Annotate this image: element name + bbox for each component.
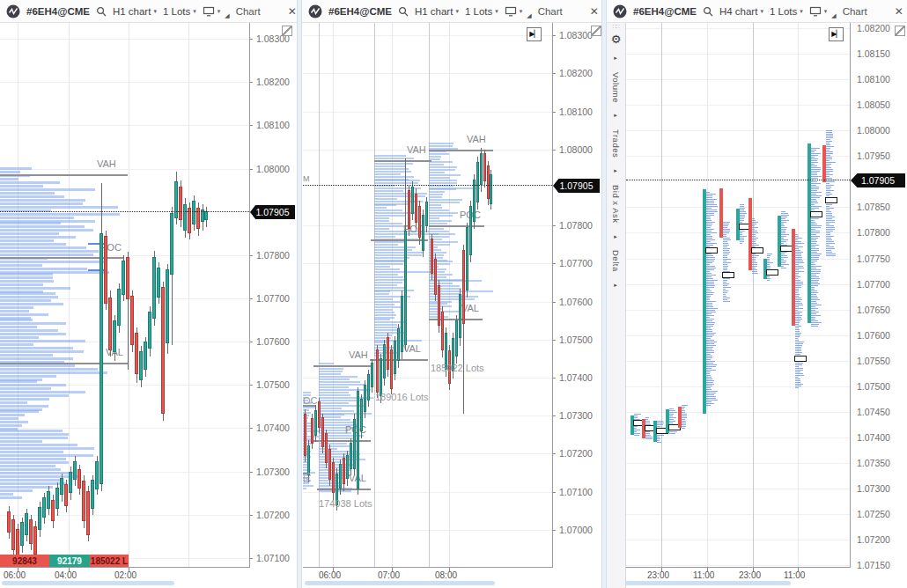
price-axis-label: 1.07200 [857,534,890,545]
volume-profile-row [319,373,341,375]
panel-corner-icon[interactable] [282,26,292,36]
horizontal-scrollbar-thumb[interactable] [2,581,174,585]
search-icon[interactable] [96,6,107,17]
indicator-trades[interactable]: Trades [611,129,621,158]
volume-profile-row [0,303,63,305]
candle-body [47,491,50,509]
volume-profile-row [429,172,445,173]
panel-corner-icon[interactable] [591,26,601,36]
price-axis-label: 1.08100 [256,120,290,130]
indicator-delta[interactable]: Delta [611,250,621,272]
close-icon[interactable]: ✕ [895,5,903,18]
footprint-row [657,442,661,443]
triangle-icon[interactable]: ▸ [613,233,619,241]
cluster-bar [703,189,706,414]
price-axis-tick [249,558,253,559]
lots-selector[interactable]: 1 Lots [163,6,190,17]
go-to-realtime-icon[interactable]: ▶▏ [829,27,844,41]
triangle-icon[interactable]: ▸ [613,167,619,175]
footprint-row [795,387,799,388]
trading-workspace: VAHPOCVAL1.083001.082001.081001.080001.0… [0,0,907,588]
time-axis-label: 11:00 [784,570,805,580]
lots-selector[interactable]: 1 Lots [770,6,797,17]
volume-profile-row [0,313,48,316]
atas-logo-icon[interactable] [308,4,322,18]
chevron-down-icon[interactable]: ▾ [495,8,498,15]
display-mode-icon[interactable] [203,6,215,17]
volume-profile-row [319,394,350,396]
volume-profile-row [0,310,29,312]
candle-body [425,202,428,226]
chevron-down-icon[interactable]: ▾ [760,8,763,15]
display-mode-icon[interactable] [505,6,517,17]
horizontal-scrollbar-thumb[interactable] [305,581,495,585]
close-icon[interactable]: ✕ [288,5,297,18]
current-price-tag: 1.07905 [250,205,295,219]
volume-profile-row [374,334,392,336]
chevron-down-icon[interactable]: ▾ [193,8,196,15]
volume-profile-row [0,287,70,290]
search-icon[interactable] [703,6,713,17]
candle-body [157,268,160,298]
search-icon[interactable] [398,6,409,17]
indicator-volume[interactable]: Volume [611,72,621,103]
candle-body [311,418,313,444]
volume-profile-row [374,324,397,326]
chevron-down-icon[interactable]: ▾ [218,8,221,15]
volume-profile-row [429,191,445,193]
volume-profile-row [374,319,390,320]
timeframe-selector[interactable]: H1 chart [113,6,151,17]
tab-chart[interactable]: Chart [843,6,867,17]
triangle-icon[interactable]: ▸ [613,55,619,62]
display-mode-icon[interactable] [809,6,822,17]
chevron-down-icon[interactable]: ▾ [800,8,803,15]
chart-panel-header: #6EH4@CME H1 chart ▾ 1 Lots ▾ ▾ ◢ Chart … [302,0,601,23]
lots-selector[interactable]: 1 Lots [465,6,492,17]
volume-profile-row [374,268,400,270]
instrument-symbol[interactable]: #6EH4@CME [633,6,697,17]
triangle-icon[interactable]: ▸ [613,112,619,120]
candle-body [371,363,373,387]
volume-profile-row [0,296,58,298]
panel-splitter[interactable] [297,0,302,588]
volume-profile-row [374,329,399,331]
triangle-icon[interactable]: ▸ [613,282,619,290]
chevron-down-icon[interactable]: ▾ [520,8,523,15]
max-volume-marker [794,356,807,362]
volume-profile-row [429,217,439,219]
chevron-down-icon[interactable]: ▾ [455,8,459,15]
go-to-realtime-icon[interactable]: ▶▏ [527,27,542,41]
volume-profile-row [0,273,53,276]
tab-chart[interactable]: Chart [538,6,563,17]
volume-profile-row [319,376,358,378]
candle-body [130,296,134,345]
tab-chart[interactable]: Chart [236,6,261,17]
atas-logo-icon[interactable] [613,4,627,18]
volume-profile-row [374,158,414,159]
panel-corner-icon[interactable] [895,26,905,36]
grid-line-horizontal [626,335,850,336]
horizontal-scrollbar-thumb[interactable] [609,581,791,585]
time-axis-label: 06:00 [319,570,341,580]
panel-splitter[interactable] [601,0,607,588]
volume-profile-row [0,489,33,492]
timeframe-selector[interactable]: H4 chart [719,6,757,17]
chevron-down-icon[interactable]: ▾ [153,8,157,15]
timeframe-selector[interactable]: H1 chart [415,6,453,17]
close-icon[interactable]: ✕ [590,5,599,18]
volume-profile-row [374,209,402,211]
atas-logo-icon[interactable] [6,4,20,18]
instrument-symbol[interactable]: #6EH4@CME [26,6,90,17]
volume-profile-row [319,422,356,423]
chevron-down-icon[interactable]: ▾ [824,8,828,15]
gear-icon[interactable]: ⚙ [611,33,622,46]
price-axis-label: 1.07600 [256,336,290,347]
indicator-bidxask[interactable]: Bid x Ask [611,185,621,224]
toolbar-grip-icon[interactable]: ∷∷ [613,24,620,30]
volume-profile-row [374,284,397,286]
volume-profile-row [0,387,51,390]
clipped-level-line [303,473,310,474]
instrument-symbol[interactable]: #6EH4@CME [328,6,392,17]
volume-profile-row [0,465,55,467]
grid-line-horizontal [626,514,850,515]
